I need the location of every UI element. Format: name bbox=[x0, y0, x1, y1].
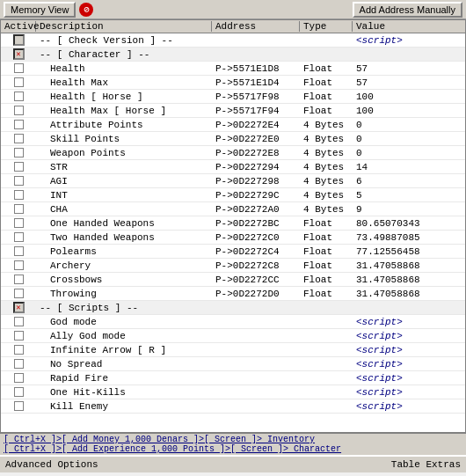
description-cell: INT bbox=[36, 190, 212, 201]
value-cell: 57 bbox=[353, 77, 465, 88]
table-row[interactable]: Health MaxP->5571E1D4Float57 bbox=[1, 76, 465, 90]
row-checkbox[interactable] bbox=[14, 232, 24, 242]
table-row[interactable]: -- [ Check Version ] --<script> bbox=[1, 33, 465, 48]
address-cell: P->55717F98 bbox=[212, 92, 300, 102]
table-row[interactable]: Skill PointsP->0D2272E04 Bytes0 bbox=[1, 132, 465, 146]
row-checkbox[interactable] bbox=[14, 176, 24, 186]
table-row[interactable]: One Hit-Kills<script> bbox=[1, 385, 465, 399]
table-row[interactable]: AGIP->0D2272984 Bytes6 bbox=[1, 174, 465, 188]
table-row[interactable]: Ally God mode<script> bbox=[1, 329, 465, 343]
bottom-link-1[interactable]: [ Ctrl+X ]>[ Add Money 1,000 Denars ]>[ … bbox=[4, 435, 462, 444]
row-checkbox[interactable] bbox=[14, 162, 24, 172]
value-cell: <script> bbox=[353, 401, 465, 412]
row-checkbox[interactable] bbox=[14, 148, 24, 157]
row-checkbox[interactable] bbox=[14, 63, 24, 73]
row-checkbox[interactable] bbox=[14, 387, 24, 397]
address-cell: P->0D2272C8 bbox=[212, 260, 300, 271]
table-row[interactable]: CHAP->0D2272A04 Bytes9 bbox=[1, 202, 465, 216]
value-cell: <script> bbox=[353, 359, 465, 370]
active-cell bbox=[1, 289, 36, 298]
type-cell: Float bbox=[300, 77, 353, 88]
value-cell: 57 bbox=[353, 63, 465, 74]
value-cell: 9 bbox=[353, 204, 465, 215]
value-cell: <script> bbox=[353, 373, 465, 384]
row-checkbox[interactable] bbox=[14, 275, 24, 284]
active-cell bbox=[1, 401, 36, 411]
row-checkbox[interactable] bbox=[14, 106, 24, 115]
value-cell: <script> bbox=[353, 387, 465, 398]
table-row[interactable]: God mode<script> bbox=[1, 315, 465, 329]
value-cell: 6 bbox=[353, 176, 465, 187]
row-checkbox[interactable] bbox=[14, 190, 24, 200]
table-row[interactable]: Attribute PointsP->0D2272E44 Bytes0 bbox=[1, 118, 465, 132]
row-checkbox[interactable] bbox=[14, 134, 24, 143]
active-cell bbox=[1, 162, 36, 172]
row-checkbox[interactable] bbox=[14, 77, 24, 87]
row-checkbox[interactable] bbox=[14, 401, 24, 411]
description-cell: Attribute Points bbox=[36, 120, 212, 130]
type-cell: Float bbox=[300, 289, 353, 299]
row-checkbox[interactable] bbox=[14, 317, 24, 326]
table-row[interactable]: PolearmsP->0D2272C4Float77.12556458 bbox=[1, 245, 465, 259]
description-cell: One Handed Weapons bbox=[36, 218, 212, 229]
table-row[interactable]: Health Max [ Horse ]P->55717F94Float100 bbox=[1, 104, 465, 118]
table-row[interactable]: No Spread<script> bbox=[1, 357, 465, 371]
table-row[interactable]: One Handed WeaponsP->0D2272BCFloat80.650… bbox=[1, 216, 465, 231]
row-checkbox[interactable] bbox=[14, 331, 24, 341]
row-checkbox[interactable] bbox=[14, 260, 24, 270]
value-cell: 77.12556458 bbox=[353, 246, 465, 257]
bottom-link-2[interactable]: [ Ctrl+X ]>[ Add Experience 1,000 Points… bbox=[4, 444, 462, 454]
advanced-options-label[interactable]: Advanced Options bbox=[5, 459, 98, 470]
description-cell: Health bbox=[36, 63, 212, 74]
address-cell: P->0D2272D0 bbox=[212, 289, 300, 299]
row-checkbox[interactable] bbox=[14, 246, 24, 256]
group-checkbox[interactable] bbox=[13, 34, 25, 46]
active-cell bbox=[1, 176, 36, 186]
group-checkbox[interactable]: ✕ bbox=[13, 302, 25, 313]
description-cell: Two Handed Weapons bbox=[36, 232, 212, 243]
table-row[interactable]: HealthP->5571E1D8Float57 bbox=[1, 62, 465, 76]
active-cell bbox=[1, 373, 36, 383]
table-row[interactable]: CrossbowsP->0D2272CCFloat31.47058868 bbox=[1, 273, 465, 287]
active-cell bbox=[1, 77, 36, 87]
table-row[interactable]: INTP->0D22729C4 Bytes5 bbox=[1, 188, 465, 202]
title-bar: Memory View ⊘ Add Address Manually bbox=[0, 0, 466, 19]
table-row[interactable]: Kill Enemy<script> bbox=[1, 399, 465, 414]
row-checkbox[interactable] bbox=[14, 120, 24, 129]
row-checkbox[interactable] bbox=[14, 218, 24, 228]
address-cell: P->55717F94 bbox=[212, 106, 300, 116]
table-row[interactable]: ThrowingP->0D2272D0Float31.47058868 bbox=[1, 287, 465, 301]
row-checkbox[interactable] bbox=[14, 289, 24, 298]
group-checkbox[interactable]: ✕ bbox=[13, 48, 25, 60]
row-checkbox[interactable] bbox=[14, 92, 24, 101]
type-cell: Float bbox=[300, 92, 353, 102]
add-address-button[interactable]: Add Address Manually bbox=[353, 2, 462, 18]
address-cell: P->0D227294 bbox=[212, 162, 300, 172]
address-cell: P->0D227298 bbox=[212, 176, 300, 187]
table-row[interactable]: Two Handed WeaponsP->0D2272C0Float73.498… bbox=[1, 231, 465, 245]
active-cell bbox=[1, 387, 36, 397]
address-cell: P->0D2272BC bbox=[212, 218, 300, 229]
row-checkbox[interactable] bbox=[14, 345, 24, 355]
type-cell: 4 Bytes bbox=[300, 148, 353, 158]
row-checkbox[interactable] bbox=[14, 359, 24, 369]
memory-view-button[interactable]: Memory View bbox=[4, 2, 76, 18]
description-cell: -- [ Character ] -- bbox=[36, 49, 212, 60]
table-row[interactable]: Rapid Fire<script> bbox=[1, 371, 465, 385]
description-cell: AGI bbox=[36, 176, 212, 187]
row-checkbox[interactable] bbox=[14, 204, 24, 214]
table-row[interactable]: ✕-- [ Character ] -- bbox=[1, 48, 465, 62]
table-row[interactable]: ArcheryP->0D2272C8Float31.47058868 bbox=[1, 259, 465, 273]
value-cell: 0 bbox=[353, 120, 465, 130]
table-row[interactable]: ✕-- [ Scripts ] -- bbox=[1, 301, 465, 315]
table-extras-label[interactable]: Table Extras bbox=[391, 459, 461, 470]
type-cell: 4 Bytes bbox=[300, 120, 353, 130]
table-row[interactable]: STRP->0D2272944 Bytes14 bbox=[1, 160, 465, 174]
active-cell bbox=[1, 190, 36, 200]
table-row[interactable]: Health [ Horse ]P->55717F98Float100 bbox=[1, 90, 465, 104]
description-cell: Throwing bbox=[36, 289, 212, 299]
table-row[interactable]: Weapon PointsP->0D2272E84 Bytes0 bbox=[1, 146, 465, 160]
address-cell: P->0D2272E8 bbox=[212, 148, 300, 158]
row-checkbox[interactable] bbox=[14, 373, 24, 383]
table-row[interactable]: Infinite Arrow [ R ]<script> bbox=[1, 343, 465, 357]
